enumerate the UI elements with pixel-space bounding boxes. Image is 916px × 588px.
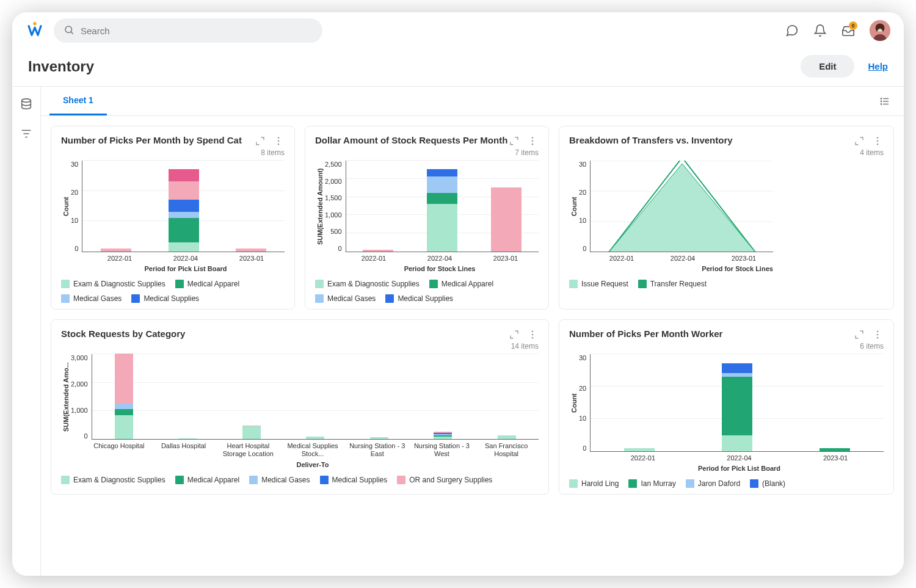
expand-icon[interactable] bbox=[853, 328, 865, 341]
x-axis-title: Deliver-To bbox=[87, 461, 539, 468]
svg-point-1 bbox=[65, 26, 72, 33]
more-icon[interactable] bbox=[526, 328, 539, 341]
legend-item: OR and Surgery Supplies bbox=[397, 476, 492, 484]
svg-point-5 bbox=[22, 99, 31, 103]
x-axis-title: Period for Stock Lines bbox=[591, 265, 884, 272]
legend-item: Medical Supplies bbox=[385, 294, 453, 303]
legend-item: Medical Gases bbox=[249, 476, 310, 484]
legend-item: Issue Request bbox=[569, 280, 628, 288]
more-icon[interactable] bbox=[272, 135, 285, 147]
card-title: Dollar Amount of Stock Requests Per Mont… bbox=[315, 135, 508, 145]
svg-line-2 bbox=[71, 32, 73, 34]
app-logo bbox=[26, 21, 44, 40]
bar[interactable] bbox=[115, 354, 133, 439]
bar[interactable] bbox=[427, 169, 457, 252]
svg-point-29 bbox=[532, 337, 534, 339]
legend: Exam & Diagnostic SuppliesMedical Appare… bbox=[61, 476, 539, 484]
svg-point-12 bbox=[881, 98, 882, 99]
legend-item: Medical Apparel bbox=[175, 280, 239, 288]
bar[interactable] bbox=[236, 249, 266, 252]
inbox-icon[interactable]: 0 bbox=[841, 24, 855, 37]
side-rail bbox=[12, 87, 40, 576]
bar[interactable] bbox=[178, 438, 197, 439]
svg-point-20 bbox=[532, 143, 534, 145]
tabs: Sheet 1 bbox=[41, 87, 904, 116]
expand-icon[interactable] bbox=[508, 135, 520, 147]
bar[interactable] bbox=[434, 432, 452, 439]
dashboard-grid: Number of Picks Per Month by Spend Cat8 … bbox=[41, 116, 904, 576]
svg-point-32 bbox=[877, 337, 879, 339]
x-tick: 2022-04 bbox=[153, 255, 219, 263]
search-icon bbox=[64, 24, 75, 37]
card-picks_by_worker: Number of Picks Per Month Worker6 itemsC… bbox=[559, 319, 894, 495]
legend: Exam & Diagnostic SuppliesMedical Appare… bbox=[61, 280, 285, 303]
legend-item: Exam & Diagnostic Supplies bbox=[315, 280, 420, 288]
card-title: Number of Picks Per Month Worker bbox=[569, 328, 853, 339]
x-tick: 2022-01 bbox=[87, 255, 153, 263]
main: Sheet 1 Number of Picks Per Month by Spe… bbox=[12, 87, 904, 576]
expand-icon[interactable] bbox=[254, 135, 266, 147]
legend-item: Exam & Diagnostic Supplies bbox=[61, 280, 165, 288]
x-tick: 2023-01 bbox=[219, 255, 285, 263]
expand-icon[interactable] bbox=[508, 328, 520, 341]
card-stock_by_cat: Stock Requests by Category14 itemsSUM(Ex… bbox=[51, 319, 549, 495]
x-tick: San Francisco Hospital bbox=[474, 442, 539, 458]
help-link[interactable]: Help bbox=[868, 61, 888, 71]
x-tick: Heart Hospital Storage Location bbox=[216, 442, 280, 458]
items-count: 8 items bbox=[61, 148, 285, 157]
legend-item: Ian Murray bbox=[628, 479, 675, 488]
bar[interactable] bbox=[370, 437, 388, 439]
bar[interactable] bbox=[242, 426, 261, 439]
x-tick: Nursing Station - 3 West bbox=[410, 442, 474, 458]
bar[interactable] bbox=[722, 363, 752, 451]
bar[interactable] bbox=[101, 249, 131, 252]
legend-item: Medical Apparel bbox=[429, 280, 493, 288]
items-count: 14 items bbox=[61, 342, 539, 350]
search-input[interactable] bbox=[81, 26, 313, 36]
expand-icon[interactable] bbox=[853, 135, 865, 147]
y-axis-title: SUM(Extended Amount) bbox=[315, 161, 325, 252]
legend: Exam & Diagnostic SuppliesMedical Appare… bbox=[315, 280, 539, 303]
chat-icon[interactable] bbox=[785, 24, 799, 37]
legend-item: Jaron Daford bbox=[686, 479, 740, 488]
svg-point-19 bbox=[532, 140, 534, 142]
x-axis-title: Period for Pick List Board bbox=[595, 465, 884, 472]
bar[interactable] bbox=[624, 448, 655, 451]
items-count: 6 items bbox=[569, 342, 884, 350]
tab-sheet1[interactable]: Sheet 1 bbox=[49, 87, 107, 115]
card-title: Number of Picks Per Month by Spend Cat bbox=[61, 135, 254, 145]
svg-point-31 bbox=[877, 334, 879, 336]
bar[interactable] bbox=[169, 169, 199, 252]
bar[interactable] bbox=[363, 250, 393, 252]
user-avatar[interactable] bbox=[870, 20, 890, 41]
more-icon[interactable] bbox=[871, 328, 884, 341]
x-tick: 2023-01 bbox=[473, 255, 539, 263]
x-axis-title: Period for Pick List Board bbox=[87, 265, 285, 272]
edit-button[interactable]: Edit bbox=[801, 55, 854, 78]
search-box[interactable] bbox=[54, 18, 322, 43]
database-icon[interactable] bbox=[20, 98, 33, 111]
legend: Harold LingIan MurrayJaron Daford(Blank) bbox=[569, 479, 884, 488]
topbar: 0 bbox=[12, 12, 904, 49]
x-tick: 2022-01 bbox=[341, 255, 407, 263]
bar[interactable] bbox=[306, 437, 324, 439]
svg-point-15 bbox=[278, 137, 280, 139]
list-view-icon[interactable] bbox=[874, 91, 895, 112]
titlebar: Inventory Edit Help bbox=[12, 49, 904, 87]
more-icon[interactable] bbox=[871, 135, 884, 147]
bell-icon[interactable] bbox=[813, 24, 827, 37]
x-tick: Medical Supplies Stock... bbox=[280, 442, 345, 458]
svg-point-13 bbox=[881, 101, 882, 102]
legend-item: (Blank) bbox=[750, 479, 785, 488]
card-breakdown: Breakdown of Transfers vs. Inventory4 it… bbox=[559, 126, 894, 310]
bar[interactable] bbox=[491, 187, 522, 252]
more-icon[interactable] bbox=[526, 135, 539, 147]
svg-point-27 bbox=[532, 331, 534, 333]
bar[interactable] bbox=[820, 448, 850, 451]
filter-icon[interactable] bbox=[20, 127, 33, 140]
bar[interactable] bbox=[498, 435, 516, 439]
card-title: Breakdown of Transfers vs. Inventory bbox=[569, 135, 853, 145]
svg-point-14 bbox=[881, 103, 882, 104]
x-tick: Dallas Hospital bbox=[151, 442, 216, 458]
card-title: Stock Requests by Category bbox=[61, 328, 508, 339]
